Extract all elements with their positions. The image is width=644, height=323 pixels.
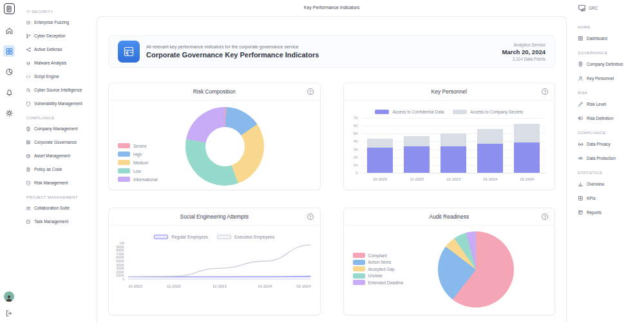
bar-12-2023 xyxy=(440,118,466,173)
dashboard-icon xyxy=(578,35,583,41)
nav-section-label: COMPLIANCE xyxy=(578,131,644,135)
dashboard-icon xyxy=(5,47,14,55)
help-icon[interactable]: ? xyxy=(307,88,314,95)
sidebar-item-company-management[interactable]: Company Management xyxy=(18,122,97,135)
sidebar-item-enterprise-fuzzing[interactable]: Enterprise Fuzzing xyxy=(18,15,97,29)
chart-legend: Access to Confidential Data Access to Co… xyxy=(344,110,555,114)
user-avatar[interactable] xyxy=(4,291,14,302)
nav-item-reports[interactable]: Reports xyxy=(570,205,644,219)
sidebar-item-asset-management[interactable]: Asset Management xyxy=(18,149,97,162)
chart-title: Social Engineering Attempts xyxy=(180,213,249,220)
nav-item-data-protection[interactable]: Data Protection xyxy=(570,151,644,165)
legend-swatch xyxy=(353,280,365,285)
legend-item[interactable]: Unclear xyxy=(353,273,404,279)
legend-swatch xyxy=(353,273,365,279)
nav-item-overview[interactable]: Overview xyxy=(570,177,644,191)
legend-item[interactable]: High xyxy=(118,152,158,157)
rail-bell-button[interactable] xyxy=(3,86,15,98)
sidebar-item-cyber-source-intelligence[interactable]: Cyber Source Intelligence xyxy=(18,83,97,97)
bar-01-2024 xyxy=(477,118,503,173)
help-icon[interactable]: ? xyxy=(542,88,548,95)
chart-icon xyxy=(578,181,583,187)
legend-swatch xyxy=(375,110,389,114)
glasses-icon xyxy=(578,141,583,147)
legend-swatch xyxy=(217,235,231,239)
sidebar-section-label: PROJECT MANAGEMENT xyxy=(26,195,97,199)
sidebar-item-policy-as-code[interactable]: Policy as Code xyxy=(18,162,97,176)
legend-item[interactable]: Informational xyxy=(118,177,158,182)
legend-item[interactable]: Low xyxy=(118,168,158,173)
chart-legend: Compliant Action Items Accepted Gap Uncl… xyxy=(353,253,404,285)
rail-dashboard-button[interactable] xyxy=(3,45,15,57)
sidebar-item-active-defense[interactable]: Active Defense xyxy=(18,43,97,56)
legend-item[interactable]: Executive Employees xyxy=(217,235,274,239)
home-icon xyxy=(5,26,14,35)
sidebar-item-collaboration-suite[interactable]: Collaboration Suite xyxy=(18,201,97,215)
main-panel: All relevant key performance indicators … xyxy=(97,16,567,323)
logout-button[interactable] xyxy=(3,308,15,319)
box-icon xyxy=(26,153,31,159)
nav-item-data-privacy[interactable]: Data Privacy xyxy=(570,137,644,151)
chart-title: Audit Readiness xyxy=(429,213,469,220)
report-icon xyxy=(578,210,583,215)
code-icon xyxy=(26,74,31,79)
legend-item[interactable]: Action Items xyxy=(353,260,404,265)
legend-item[interactable]: Regular Employees xyxy=(154,235,208,239)
nav-item-key-personnel[interactable]: Key Personnel xyxy=(570,71,644,85)
bar-10-2023 xyxy=(367,118,393,173)
sidebar-item-script-engine[interactable]: Script Engine xyxy=(18,70,97,83)
legend-item[interactable]: Medium xyxy=(118,160,158,165)
help-icon[interactable]: ? xyxy=(307,213,314,220)
legend-item[interactable]: Access to Confidential Data xyxy=(375,110,444,114)
legend-swatch xyxy=(118,152,130,157)
search-icon xyxy=(26,88,31,93)
shieldcheck-icon xyxy=(26,181,31,186)
sidebar-item-corporate-governance[interactable]: Corporate Governance xyxy=(18,135,97,149)
person-icon xyxy=(578,75,583,81)
eye-icon xyxy=(578,155,583,161)
nav-item-company-definition[interactable]: Company Definition xyxy=(570,57,644,71)
legend-item[interactable]: Severe xyxy=(118,143,158,148)
logout-icon xyxy=(5,309,13,317)
sidebar-item-task-management[interactable]: Task Management xyxy=(18,215,97,228)
pie-icon xyxy=(5,68,14,76)
chart-area: Regular Employees Executive Employees010… xyxy=(109,226,320,315)
legend-item[interactable]: Access to Company Secrets xyxy=(453,110,523,114)
page-title: Key Performance Indicators xyxy=(97,5,567,10)
sidebar-item-risk-management[interactable]: Risk Management xyxy=(18,176,97,190)
bell-icon xyxy=(5,88,14,97)
share-icon xyxy=(26,47,31,52)
help-icon[interactable]: ? xyxy=(542,213,548,220)
chart-title: Risk Composition xyxy=(193,88,236,95)
kpi-header-title: Corporate Governance Key Performance Ind… xyxy=(146,51,319,59)
chart-card-key-personnel: Key Personnel ? Access to Confidential D… xyxy=(343,83,556,190)
sidebar-item-vulnerability-management[interactable]: Vulnerability Management xyxy=(18,97,97,110)
donut-chart xyxy=(185,107,264,186)
charts-grid: Risk Composition ? Severe High Medium Lo… xyxy=(108,83,555,315)
legend-swatch xyxy=(118,160,130,165)
right-sidebar: HOME DashboardGOVERNANCE Company Definit… xyxy=(570,19,644,323)
rail-pie-button[interactable] xyxy=(3,66,15,77)
nav-item-risk-level[interactable]: Risk Level xyxy=(570,97,644,111)
legend-swatch xyxy=(353,253,365,258)
legend-swatch xyxy=(353,260,365,265)
app-logo[interactable] xyxy=(4,3,15,14)
nav-item-risk-definition[interactable]: Risk Definition xyxy=(570,111,644,125)
legend-item[interactable]: Extended Deadline xyxy=(353,280,404,285)
grc-badge[interactable]: GRC xyxy=(578,4,598,12)
legend-item[interactable]: Compliant xyxy=(353,253,404,258)
legend-item[interactable]: Accepted Gap xyxy=(353,266,404,271)
chart-area: Severe High Medium Low Informational xyxy=(109,101,320,190)
nav-item-dashboard[interactable]: Dashboard xyxy=(570,31,644,45)
icon-rail xyxy=(0,0,18,323)
sidebar-item-cyber-deception[interactable]: Cyber Deception xyxy=(18,29,97,43)
sidebar-section-label: IT SECURITY xyxy=(26,10,97,14)
task-icon xyxy=(26,219,31,224)
bar-plot: 010203040506070 10-202311-202312-202301-… xyxy=(362,118,546,173)
legend-swatch xyxy=(118,168,130,173)
rail-home-button[interactable] xyxy=(3,24,15,36)
grc-label: GRC xyxy=(589,6,598,10)
rail-gear-button[interactable] xyxy=(3,107,15,119)
nav-item-kpis[interactable]: KPIs xyxy=(570,191,644,205)
sidebar-item-malware-analysis[interactable]: Malware Analysis xyxy=(18,56,97,70)
